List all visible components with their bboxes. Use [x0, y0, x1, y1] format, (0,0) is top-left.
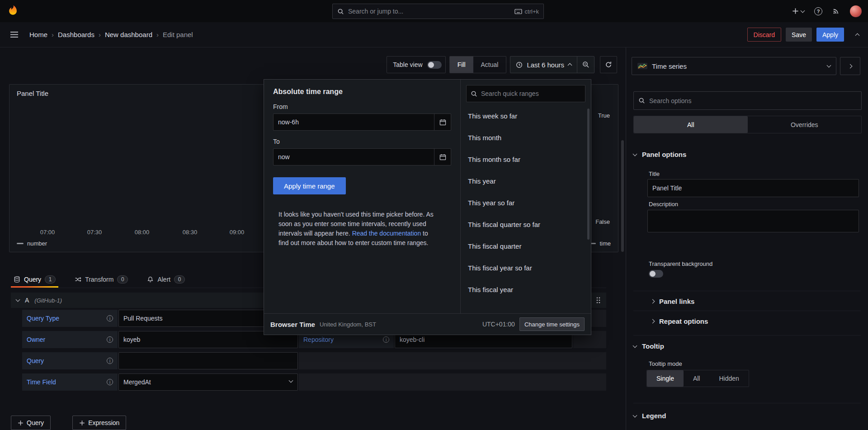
collapse-query-icon[interactable] — [16, 298, 20, 302]
quick-range-option[interactable]: This year so far — [461, 192, 591, 213]
plus-icon — [792, 8, 799, 14]
chevron-down-icon — [633, 343, 637, 348]
top-navigation-bar: ctrl+k ? — [0, 0, 868, 22]
to-calendar-button[interactable] — [434, 148, 451, 165]
from-calendar-button[interactable] — [434, 113, 451, 131]
panel-view-toolbar: Table view Fill Actual Last 6 hours — [387, 56, 617, 73]
grafana-logo[interactable] — [6, 5, 19, 17]
info-icon[interactable]: i — [107, 315, 113, 321]
fill-option[interactable]: Fill — [450, 57, 473, 73]
quick-ranges-search[interactable] — [466, 85, 585, 102]
absolute-time-range-pane: Absolute time range From To — [264, 80, 460, 313]
options-search[interactable] — [633, 91, 862, 110]
time-field-select[interactable] — [118, 373, 298, 391]
quick-ranges-pane: This week so far This month This month s… — [460, 80, 591, 313]
section-legend[interactable]: Legend — [633, 412, 666, 420]
help-button[interactable]: ? — [814, 7, 822, 15]
drag-handle-icon[interactable] — [596, 297, 601, 304]
info-icon[interactable]: i — [107, 379, 113, 385]
panel-title-input[interactable] — [647, 179, 859, 197]
tab-alert[interactable]: Alert 0 — [144, 271, 188, 288]
read-documentation-link[interactable]: Read the documentation — [352, 230, 421, 237]
divider — [633, 311, 861, 311]
legend-item-number[interactable]: number — [17, 240, 47, 247]
quick-range-option[interactable]: This month — [461, 127, 591, 148]
time-range-picker-button[interactable]: Last 6 hours — [510, 56, 577, 73]
zoom-out-time-button[interactable] — [577, 56, 594, 73]
actual-option[interactable]: Actual — [473, 57, 506, 73]
global-search-input[interactable] — [348, 8, 510, 15]
save-button[interactable]: Save — [786, 28, 812, 42]
refresh-button[interactable] — [600, 56, 617, 73]
time-series-viz-icon — [637, 63, 647, 69]
quick-range-option[interactable]: This fiscal quarter — [461, 235, 591, 257]
tab-transform[interactable]: Transform 0 — [72, 271, 131, 288]
x-axis-tick: 08:00 — [135, 229, 150, 236]
quick-range-option[interactable]: This fiscal year — [461, 279, 591, 300]
apply-button[interactable]: Apply — [816, 28, 844, 42]
collapse-header-button[interactable] — [854, 29, 861, 40]
tooltip-mode-all[interactable]: All — [684, 370, 710, 387]
x-axis-tick: 08:30 — [183, 229, 198, 236]
search-icon — [471, 90, 477, 97]
add-expression-button[interactable]: Expression — [72, 416, 126, 430]
apply-time-range-button[interactable]: Apply time range — [273, 177, 346, 194]
add-query-button[interactable]: Query — [11, 416, 51, 430]
tab-query-count: 1 — [45, 275, 56, 284]
table-view-toggle[interactable] — [427, 61, 442, 69]
news-rss-button[interactable] — [832, 7, 840, 15]
quick-range-option[interactable]: This week so far — [461, 105, 591, 127]
x-axis-tick: 07:00 — [40, 229, 55, 236]
from-input[interactable] — [273, 113, 434, 131]
quick-range-option[interactable]: This year — [461, 170, 591, 192]
quick-ranges-scrollbar[interactable] — [587, 109, 590, 240]
breadcrumb-dashboards[interactable]: Dashboards — [58, 31, 94, 38]
menu-button[interactable] — [10, 31, 19, 38]
search-icon — [638, 97, 645, 104]
search-shortcut: ctrl+k — [514, 8, 539, 15]
section-panel-options[interactable]: Panel options — [633, 151, 686, 158]
info-icon[interactable]: i — [107, 358, 113, 364]
user-avatar[interactable] — [850, 5, 862, 17]
section-repeat-options[interactable]: Repeat options — [651, 317, 708, 325]
breadcrumb-home[interactable]: Home — [29, 31, 47, 38]
tab-all[interactable]: All — [634, 116, 748, 133]
breadcrumb-new-dashboard[interactable]: New dashboard — [105, 31, 152, 38]
collapse-options-pane-button[interactable] — [840, 57, 860, 75]
tab-overrides[interactable]: Overrides — [748, 116, 862, 133]
section-panel-links[interactable]: Panel links — [651, 298, 694, 305]
legend-item-time[interactable]: time — [589, 240, 611, 247]
utc-offset-label: UTC+01:00 — [482, 321, 515, 328]
quick-range-option[interactable]: This fiscal year so far — [461, 257, 591, 279]
time-field-select-value[interactable] — [118, 373, 298, 391]
tab-transform-count: 0 — [117, 275, 128, 284]
visualization-picker[interactable]: Time series — [632, 57, 836, 75]
quick-range-option[interactable]: This fiscal quarter so far — [461, 213, 591, 235]
section-heading: Repeat options — [659, 317, 708, 325]
panel-description-textarea[interactable] — [647, 210, 859, 232]
calendar-icon — [439, 119, 446, 126]
quick-ranges-search-input[interactable] — [481, 90, 581, 97]
field-label: Query Type — [27, 315, 59, 322]
global-search[interactable]: ctrl+k — [332, 4, 544, 19]
table-view-label: Table view — [393, 61, 422, 68]
tab-query[interactable]: Query 1 — [11, 271, 58, 288]
info-icon[interactable]: i — [107, 336, 113, 343]
quick-ranges-list: This week so far This month This month s… — [461, 105, 591, 313]
query-input[interactable] — [118, 352, 298, 369]
main-scrollbar[interactable] — [621, 140, 624, 252]
options-search-input[interactable] — [649, 97, 857, 104]
section-tooltip[interactable]: Tooltip — [633, 342, 664, 350]
change-time-settings-button[interactable]: Change time settings — [519, 317, 585, 331]
discard-button[interactable]: Discard — [747, 28, 781, 42]
to-input[interactable] — [273, 148, 434, 165]
chevron-up-icon — [568, 63, 572, 68]
add-menu-button[interactable] — [792, 8, 804, 14]
transparent-background-toggle[interactable] — [649, 270, 663, 278]
search-icon — [337, 8, 344, 15]
info-icon[interactable]: i — [383, 336, 389, 343]
tooltip-mode-hidden[interactable]: Hidden — [709, 370, 748, 387]
quick-range-option[interactable]: This month so far — [461, 148, 591, 170]
breadcrumb: Home › Dashboards › New dashboard › Edit… — [29, 31, 193, 38]
tooltip-mode-single[interactable]: Single — [647, 370, 684, 387]
